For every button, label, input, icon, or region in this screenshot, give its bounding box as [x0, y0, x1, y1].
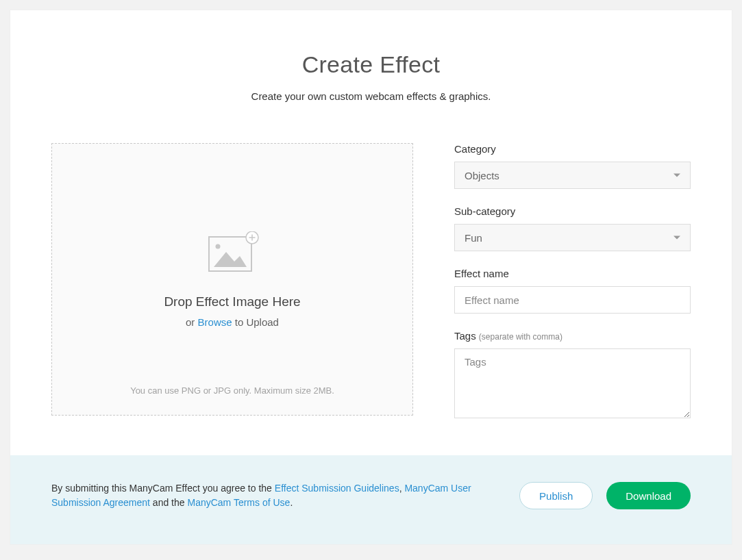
to-upload-text: to Upload	[232, 316, 279, 328]
category-label: Category	[454, 143, 691, 155]
footer-bar: By submitting this ManyCam Effect you ag…	[10, 455, 732, 544]
or-text: or	[186, 316, 198, 328]
terms-link[interactable]: ManyCam Terms of Use	[187, 497, 290, 508]
form-column: Category Objects Sub-category Fun Effect…	[454, 143, 691, 421]
effect-name-input[interactable]	[454, 286, 691, 314]
caret-down-icon	[673, 236, 680, 240]
guidelines-link[interactable]: Effect Submission Guidelines	[275, 483, 399, 494]
download-button[interactable]: Download	[606, 482, 691, 509]
tags-hint: (separate with comma)	[479, 332, 562, 342]
category-select[interactable]: Objects	[454, 162, 691, 189]
tags-label-text: Tags	[454, 330, 479, 342]
tags-input[interactable]	[454, 348, 691, 418]
file-hint: You can use PNG or JPG only. Maximum siz…	[52, 385, 412, 396]
agree-prefix: By submitting this ManyCam Effect you ag…	[51, 483, 275, 494]
footer-actions: Publish Download	[519, 482, 691, 509]
create-effect-panel: Create Effect Create your own custom web…	[10, 10, 732, 544]
svg-point-1	[216, 244, 221, 249]
agreement-text: By submitting this ManyCam Effect you ag…	[51, 481, 499, 510]
and-the: and the	[150, 497, 188, 508]
subcategory-label: Sub-category	[454, 205, 691, 217]
browse-link[interactable]: Browse	[198, 316, 232, 328]
page-title: Create Effect	[51, 51, 691, 78]
upload-dropzone[interactable]: Drop Effect Image Here or Browse to Uplo…	[51, 143, 413, 416]
category-value: Objects	[465, 170, 499, 181]
page-subtitle: Create your own custom webcam effects & …	[51, 90, 691, 102]
publish-button[interactable]: Publish	[519, 482, 593, 509]
image-upload-icon	[206, 231, 259, 275]
tags-label: Tags (separate with comma)	[454, 330, 691, 342]
drop-text: Drop Effect Image Here	[164, 294, 300, 309]
subcategory-select[interactable]: Fun	[454, 224, 691, 251]
effect-name-label: Effect name	[454, 268, 691, 279]
main-area: Create Effect Create your own custom web…	[10, 10, 732, 455]
period: .	[290, 497, 293, 508]
svg-marker-2	[214, 252, 247, 267]
browse-line: or Browse to Upload	[186, 316, 279, 328]
caret-down-icon	[673, 174, 680, 177]
subcategory-value: Fun	[465, 232, 482, 244]
